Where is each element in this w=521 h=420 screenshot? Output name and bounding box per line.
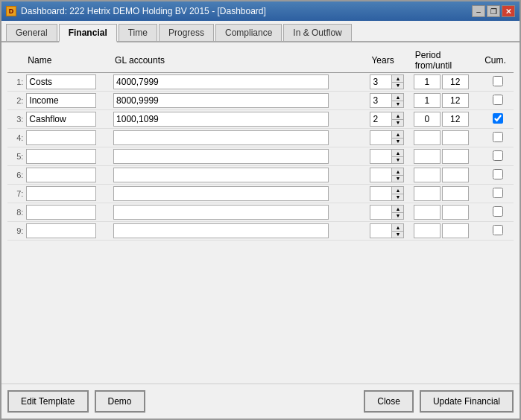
period-until-input-1[interactable] <box>442 74 469 89</box>
edit-template-button[interactable]: Edit Template <box>7 390 89 413</box>
years-input-8[interactable] <box>370 206 391 219</box>
demo-button[interactable]: Demo <box>95 390 145 413</box>
years-decrement-5[interactable]: ▼ <box>392 157 403 164</box>
years-decrement-6[interactable]: ▼ <box>392 176 403 182</box>
years-input-6[interactable] <box>370 168 391 182</box>
years-increment-2[interactable]: ▲ <box>392 94 403 101</box>
name-input-1[interactable] <box>26 74 96 89</box>
name-input-7[interactable] <box>26 186 96 201</box>
years-spinner-buttons-6: ▲▼ <box>391 168 403 182</box>
row-gl-cell-2 <box>112 92 368 110</box>
row-name-cell-5 <box>25 147 112 166</box>
tab-financial[interactable]: Financial <box>59 24 117 42</box>
years-spinner-9: ▲▼ <box>370 223 404 238</box>
years-decrement-7[interactable]: ▼ <box>392 194 403 201</box>
period-from-input-1[interactable] <box>414 74 441 89</box>
gl-input-1[interactable] <box>113 74 329 89</box>
gl-input-6[interactable] <box>113 168 329 182</box>
close-window-button[interactable]: ✕ <box>502 5 515 17</box>
period-until-input-7[interactable] <box>442 186 469 201</box>
years-spinner-4: ▲▼ <box>370 130 404 145</box>
name-input-4[interactable] <box>26 130 96 145</box>
years-spinner-1: ▲▼ <box>370 74 404 89</box>
restore-button[interactable]: ❐ <box>487 5 500 17</box>
gl-input-8[interactable] <box>113 205 329 220</box>
years-input-4[interactable] <box>370 131 391 144</box>
period-until-input-8[interactable] <box>442 205 469 220</box>
name-input-8[interactable] <box>26 205 96 220</box>
years-input-5[interactable] <box>370 150 391 163</box>
years-input-2[interactable] <box>370 94 391 107</box>
update-financial-button[interactable]: Update Financial <box>420 390 514 413</box>
period-until-input-6[interactable] <box>442 168 469 182</box>
name-input-2[interactable] <box>26 93 96 108</box>
period-from-input-5[interactable] <box>414 149 441 164</box>
cum-checkbox-3[interactable] <box>493 113 503 124</box>
tab-inoutflow[interactable]: In & Outflow <box>283 24 351 41</box>
table-row: 7:▲▼ <box>7 185 514 203</box>
row-num-2: 2: <box>7 92 25 110</box>
cum-checkbox-4[interactable] <box>493 132 503 142</box>
cum-checkbox-9[interactable] <box>493 225 503 235</box>
years-decrement-8[interactable]: ▼ <box>392 213 403 220</box>
gl-input-7[interactable] <box>113 186 329 201</box>
years-input-1[interactable] <box>370 75 391 89</box>
years-decrement-3[interactable]: ▼ <box>392 120 403 127</box>
name-input-3[interactable] <box>26 112 96 127</box>
row-name-cell-3 <box>25 110 112 129</box>
tab-time[interactable]: Time <box>119 24 157 41</box>
period-until-input-4[interactable] <box>442 130 469 145</box>
tab-progress[interactable]: Progress <box>159 24 214 41</box>
row-cum-cell-1 <box>481 73 514 92</box>
tab-compliance[interactable]: Compliance <box>215 24 282 41</box>
cum-checkbox-7[interactable] <box>493 188 503 198</box>
period-from-input-8[interactable] <box>414 205 441 220</box>
years-input-7[interactable] <box>370 187 391 200</box>
gl-input-5[interactable] <box>113 149 329 164</box>
close-button[interactable]: Close <box>364 390 414 413</box>
table-row: 2:▲▼ <box>7 92 514 110</box>
period-until-input-3[interactable] <box>442 112 469 127</box>
period-group-4 <box>414 130 480 145</box>
cum-checkbox-5[interactable] <box>493 150 503 161</box>
cum-checkbox-6[interactable] <box>493 169 503 179</box>
period-from-input-4[interactable] <box>414 130 441 145</box>
period-until-input-9[interactable] <box>442 223 469 238</box>
years-input-3[interactable] <box>370 112 391 126</box>
table-row: 9:▲▼ <box>7 222 514 241</box>
years-increment-7[interactable]: ▲ <box>392 187 403 194</box>
years-decrement-9[interactable]: ▼ <box>392 232 403 238</box>
years-decrement-4[interactable]: ▼ <box>392 139 403 145</box>
tab-general[interactable]: General <box>6 24 57 41</box>
minimize-button[interactable]: – <box>472 5 485 17</box>
years-decrement-2[interactable]: ▼ <box>392 101 403 108</box>
period-until-input-5[interactable] <box>442 149 469 164</box>
years-input-9[interactable] <box>370 224 391 238</box>
years-increment-4[interactable]: ▲ <box>392 131 403 139</box>
period-from-input-6[interactable] <box>414 168 441 182</box>
period-until-input-2[interactable] <box>442 93 469 108</box>
years-increment-6[interactable]: ▲ <box>392 168 403 176</box>
cum-checkbox-1[interactable] <box>493 76 503 86</box>
gl-input-4[interactable] <box>113 130 329 145</box>
period-from-input-3[interactable] <box>414 112 441 127</box>
years-increment-3[interactable]: ▲ <box>392 112 403 120</box>
years-increment-1[interactable]: ▲ <box>392 75 403 83</box>
gl-input-3[interactable] <box>113 112 329 127</box>
gl-input-2[interactable] <box>113 93 329 108</box>
window-title: Dashboard: 222 Hetrix DEMO Holding BV 20… <box>21 6 266 16</box>
name-input-6[interactable] <box>26 168 96 182</box>
period-from-input-9[interactable] <box>414 223 441 238</box>
period-from-input-7[interactable] <box>414 186 441 201</box>
period-from-input-2[interactable] <box>414 93 441 108</box>
name-input-9[interactable] <box>26 223 96 238</box>
years-increment-5[interactable]: ▲ <box>392 150 403 157</box>
years-increment-8[interactable]: ▲ <box>392 206 403 213</box>
row-num-5: 5: <box>7 147 25 166</box>
years-decrement-1[interactable]: ▼ <box>392 83 403 89</box>
cum-checkbox-8[interactable] <box>493 206 503 217</box>
gl-input-9[interactable] <box>113 223 329 238</box>
name-input-5[interactable] <box>26 149 96 164</box>
cum-checkbox-2[interactable] <box>493 95 503 105</box>
years-increment-9[interactable]: ▲ <box>392 224 403 232</box>
